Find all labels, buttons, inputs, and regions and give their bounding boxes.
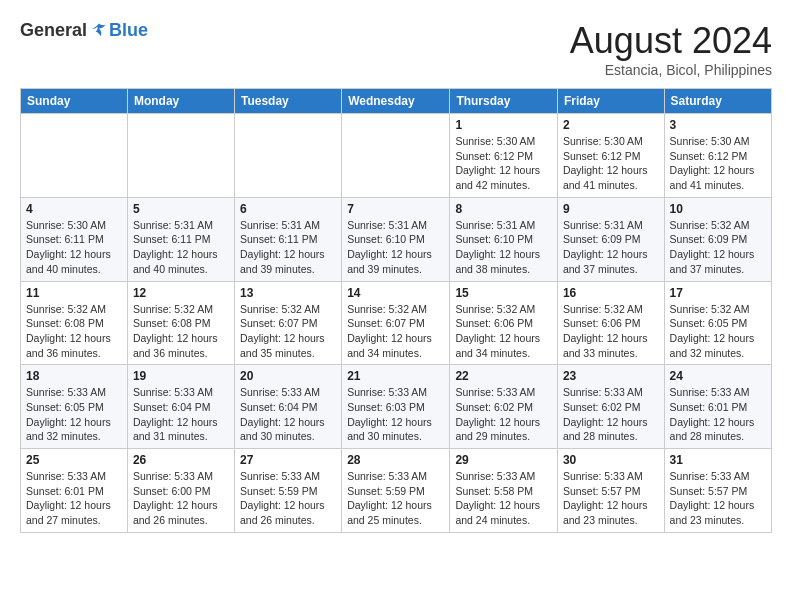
day-number: 24 — [670, 369, 766, 383]
day-cell: 8Sunrise: 5:31 AMSunset: 6:10 PMDaylight… — [450, 197, 558, 281]
week-row-5: 25Sunrise: 5:33 AMSunset: 6:01 PMDayligh… — [21, 449, 772, 533]
day-cell: 12Sunrise: 5:32 AMSunset: 6:08 PMDayligh… — [127, 281, 234, 365]
header-monday: Monday — [127, 89, 234, 114]
day-info: Sunrise: 5:33 AMSunset: 6:01 PMDaylight:… — [670, 385, 766, 444]
day-cell: 9Sunrise: 5:31 AMSunset: 6:09 PMDaylight… — [557, 197, 664, 281]
day-number: 15 — [455, 286, 552, 300]
day-number: 29 — [455, 453, 552, 467]
day-number: 20 — [240, 369, 336, 383]
day-number: 16 — [563, 286, 659, 300]
header-wednesday: Wednesday — [342, 89, 450, 114]
day-info: Sunrise: 5:32 AMSunset: 6:05 PMDaylight:… — [670, 302, 766, 361]
day-cell: 31Sunrise: 5:33 AMSunset: 5:57 PMDayligh… — [664, 449, 771, 533]
day-info: Sunrise: 5:33 AMSunset: 5:58 PMDaylight:… — [455, 469, 552, 528]
day-info: Sunrise: 5:32 AMSunset: 6:07 PMDaylight:… — [240, 302, 336, 361]
day-number: 13 — [240, 286, 336, 300]
day-cell: 14Sunrise: 5:32 AMSunset: 6:07 PMDayligh… — [342, 281, 450, 365]
day-cell: 23Sunrise: 5:33 AMSunset: 6:02 PMDayligh… — [557, 365, 664, 449]
day-number: 12 — [133, 286, 229, 300]
day-number: 30 — [563, 453, 659, 467]
day-cell — [127, 114, 234, 198]
day-cell: 7Sunrise: 5:31 AMSunset: 6:10 PMDaylight… — [342, 197, 450, 281]
days-header-row: SundayMondayTuesdayWednesdayThursdayFrid… — [21, 89, 772, 114]
day-number: 2 — [563, 118, 659, 132]
day-cell: 15Sunrise: 5:32 AMSunset: 6:06 PMDayligh… — [450, 281, 558, 365]
day-info: Sunrise: 5:30 AMSunset: 6:12 PMDaylight:… — [455, 134, 552, 193]
day-cell: 3Sunrise: 5:30 AMSunset: 6:12 PMDaylight… — [664, 114, 771, 198]
week-row-3: 11Sunrise: 5:32 AMSunset: 6:08 PMDayligh… — [21, 281, 772, 365]
logo-text: General Blue — [20, 20, 148, 41]
header-tuesday: Tuesday — [234, 89, 341, 114]
week-row-4: 18Sunrise: 5:33 AMSunset: 6:05 PMDayligh… — [21, 365, 772, 449]
day-info: Sunrise: 5:32 AMSunset: 6:07 PMDaylight:… — [347, 302, 444, 361]
week-row-1: 1Sunrise: 5:30 AMSunset: 6:12 PMDaylight… — [21, 114, 772, 198]
day-cell: 24Sunrise: 5:33 AMSunset: 6:01 PMDayligh… — [664, 365, 771, 449]
day-cell: 21Sunrise: 5:33 AMSunset: 6:03 PMDayligh… — [342, 365, 450, 449]
header-saturday: Saturday — [664, 89, 771, 114]
day-cell: 29Sunrise: 5:33 AMSunset: 5:58 PMDayligh… — [450, 449, 558, 533]
calendar-subtitle: Estancia, Bicol, Philippines — [570, 62, 772, 78]
day-info: Sunrise: 5:33 AMSunset: 6:04 PMDaylight:… — [240, 385, 336, 444]
day-cell — [21, 114, 128, 198]
day-info: Sunrise: 5:33 AMSunset: 6:01 PMDaylight:… — [26, 469, 122, 528]
day-number: 22 — [455, 369, 552, 383]
day-cell: 1Sunrise: 5:30 AMSunset: 6:12 PMDaylight… — [450, 114, 558, 198]
day-number: 9 — [563, 202, 659, 216]
day-cell: 27Sunrise: 5:33 AMSunset: 5:59 PMDayligh… — [234, 449, 341, 533]
day-info: Sunrise: 5:33 AMSunset: 6:04 PMDaylight:… — [133, 385, 229, 444]
logo-general: General — [20, 20, 87, 41]
day-cell: 4Sunrise: 5:30 AMSunset: 6:11 PMDaylight… — [21, 197, 128, 281]
calendar-table: SundayMondayTuesdayWednesdayThursdayFrid… — [20, 88, 772, 533]
day-info: Sunrise: 5:33 AMSunset: 6:05 PMDaylight:… — [26, 385, 122, 444]
day-number: 18 — [26, 369, 122, 383]
day-info: Sunrise: 5:31 AMSunset: 6:11 PMDaylight:… — [133, 218, 229, 277]
day-info: Sunrise: 5:33 AMSunset: 5:57 PMDaylight:… — [670, 469, 766, 528]
day-info: Sunrise: 5:32 AMSunset: 6:08 PMDaylight:… — [133, 302, 229, 361]
day-cell: 5Sunrise: 5:31 AMSunset: 6:11 PMDaylight… — [127, 197, 234, 281]
day-cell: 20Sunrise: 5:33 AMSunset: 6:04 PMDayligh… — [234, 365, 341, 449]
day-cell: 25Sunrise: 5:33 AMSunset: 6:01 PMDayligh… — [21, 449, 128, 533]
week-row-2: 4Sunrise: 5:30 AMSunset: 6:11 PMDaylight… — [21, 197, 772, 281]
day-info: Sunrise: 5:31 AMSunset: 6:09 PMDaylight:… — [563, 218, 659, 277]
day-number: 11 — [26, 286, 122, 300]
day-info: Sunrise: 5:30 AMSunset: 6:11 PMDaylight:… — [26, 218, 122, 277]
day-number: 7 — [347, 202, 444, 216]
day-cell — [342, 114, 450, 198]
day-number: 23 — [563, 369, 659, 383]
day-number: 1 — [455, 118, 552, 132]
day-number: 8 — [455, 202, 552, 216]
day-info: Sunrise: 5:33 AMSunset: 6:00 PMDaylight:… — [133, 469, 229, 528]
day-cell: 6Sunrise: 5:31 AMSunset: 6:11 PMDaylight… — [234, 197, 341, 281]
day-number: 21 — [347, 369, 444, 383]
day-info: Sunrise: 5:32 AMSunset: 6:08 PMDaylight:… — [26, 302, 122, 361]
page-header: General Blue August 2024 Estancia, Bicol… — [20, 20, 772, 78]
day-number: 3 — [670, 118, 766, 132]
header-sunday: Sunday — [21, 89, 128, 114]
logo-blue: Blue — [109, 20, 148, 41]
day-info: Sunrise: 5:33 AMSunset: 6:02 PMDaylight:… — [455, 385, 552, 444]
calendar-title: August 2024 — [570, 20, 772, 62]
day-info: Sunrise: 5:30 AMSunset: 6:12 PMDaylight:… — [563, 134, 659, 193]
day-cell: 11Sunrise: 5:32 AMSunset: 6:08 PMDayligh… — [21, 281, 128, 365]
day-cell: 22Sunrise: 5:33 AMSunset: 6:02 PMDayligh… — [450, 365, 558, 449]
day-number: 17 — [670, 286, 766, 300]
day-number: 10 — [670, 202, 766, 216]
day-cell: 17Sunrise: 5:32 AMSunset: 6:05 PMDayligh… — [664, 281, 771, 365]
day-number: 27 — [240, 453, 336, 467]
header-thursday: Thursday — [450, 89, 558, 114]
day-cell: 2Sunrise: 5:30 AMSunset: 6:12 PMDaylight… — [557, 114, 664, 198]
day-info: Sunrise: 5:31 AMSunset: 6:11 PMDaylight:… — [240, 218, 336, 277]
day-info: Sunrise: 5:31 AMSunset: 6:10 PMDaylight:… — [347, 218, 444, 277]
day-number: 26 — [133, 453, 229, 467]
title-block: August 2024 Estancia, Bicol, Philippines — [570, 20, 772, 78]
day-number: 19 — [133, 369, 229, 383]
day-info: Sunrise: 5:31 AMSunset: 6:10 PMDaylight:… — [455, 218, 552, 277]
day-info: Sunrise: 5:32 AMSunset: 6:09 PMDaylight:… — [670, 218, 766, 277]
day-info: Sunrise: 5:33 AMSunset: 6:02 PMDaylight:… — [563, 385, 659, 444]
day-number: 5 — [133, 202, 229, 216]
day-cell — [234, 114, 341, 198]
day-info: Sunrise: 5:33 AMSunset: 5:59 PMDaylight:… — [347, 469, 444, 528]
day-cell: 30Sunrise: 5:33 AMSunset: 5:57 PMDayligh… — [557, 449, 664, 533]
day-number: 28 — [347, 453, 444, 467]
day-number: 6 — [240, 202, 336, 216]
